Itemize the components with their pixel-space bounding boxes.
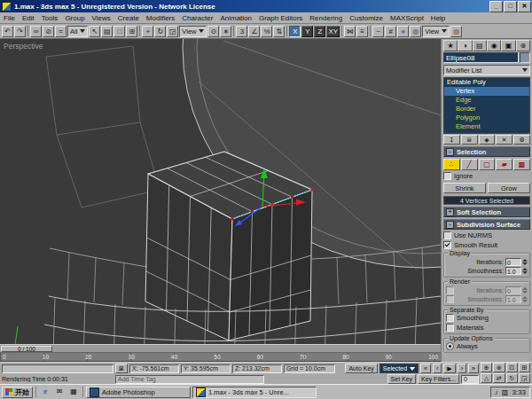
tab-modify[interactable]: ◑ bbox=[458, 40, 472, 51]
align-button[interactable]: ≡ bbox=[356, 26, 368, 37]
stack-item-element[interactable]: Element bbox=[444, 122, 529, 131]
time-slider-track[interactable]: 0 / 100 bbox=[0, 344, 441, 353]
smooth-result-checkbox[interactable] bbox=[443, 241, 451, 249]
start-button[interactable]: 开始 bbox=[2, 387, 33, 398]
border-mode-button[interactable]: ▢ bbox=[479, 159, 496, 170]
element-mode-button[interactable]: ▩ bbox=[513, 159, 530, 170]
show-desktop-icon[interactable]: ▦ bbox=[67, 387, 80, 398]
key-filters-button[interactable]: Key Filters... bbox=[418, 374, 459, 384]
snap-toggle-button[interactable]: 3 bbox=[236, 26, 247, 37]
spinner-arrows-icon[interactable] bbox=[522, 268, 528, 274]
next-frame-button[interactable]: › bbox=[458, 364, 466, 373]
go-to-start-button[interactable]: « bbox=[420, 364, 431, 373]
render-smoothness-checkbox[interactable] bbox=[446, 295, 454, 303]
key-selection-dropdown[interactable]: Selected bbox=[379, 364, 419, 373]
axis-constraint-x-button[interactable]: X bbox=[289, 26, 301, 37]
grow-button[interactable]: Grow bbox=[488, 183, 530, 193]
render-iterations-checkbox[interactable] bbox=[446, 286, 454, 294]
selection-lock-button[interactable]: ⊠ bbox=[115, 364, 128, 373]
task-button-photoshop[interactable]: Adobe Photoshop bbox=[86, 387, 191, 398]
zoom-all-button[interactable]: ⊛ bbox=[493, 363, 505, 372]
track-bar[interactable]: 0 10 20 30 40 50 60 70 80 90 100 bbox=[0, 353, 441, 362]
smoothing-groups-checkbox[interactable] bbox=[446, 314, 454, 322]
polygon-mode-button[interactable]: ▰ bbox=[496, 159, 512, 170]
selection-rollout-header[interactable]: - Selection bbox=[443, 146, 530, 157]
material-editor-button[interactable]: ● bbox=[397, 26, 409, 37]
display-smoothness-field[interactable]: 1.0 bbox=[505, 267, 521, 275]
stack-item-polygon[interactable]: Polygon bbox=[444, 113, 529, 122]
render-scene-button[interactable]: ◍ bbox=[410, 26, 421, 37]
select-and-move-button[interactable]: + bbox=[142, 26, 153, 37]
close-button[interactable]: ✕ bbox=[518, 1, 531, 12]
task-button-3dsmax[interactable]: 1.max - 3ds max 5 - Unre... bbox=[192, 387, 317, 398]
selection-region-button[interactable]: □ bbox=[113, 26, 125, 37]
menu-item-file[interactable]: File bbox=[0, 14, 19, 22]
pan-button[interactable]: ⇄ bbox=[493, 373, 505, 383]
modifier-list-dropdown[interactable]: Modifier List bbox=[443, 65, 530, 75]
select-and-manipulate-button[interactable]: ∗ bbox=[220, 26, 231, 37]
pin-stack-button[interactable]: ↧ bbox=[443, 135, 460, 145]
materials-checkbox[interactable] bbox=[446, 324, 454, 332]
minimize-button[interactable]: _ bbox=[489, 1, 503, 12]
tab-utilities[interactable]: ⊕ bbox=[516, 40, 530, 51]
quick-render-button[interactable]: ◍ bbox=[450, 26, 462, 37]
menu-item-help[interactable]: Help bbox=[427, 14, 449, 22]
display-iterations-field[interactable]: 0 bbox=[505, 258, 521, 266]
selection-filter-dropdown[interactable]: All bbox=[67, 26, 88, 37]
title-bar[interactable]: 1.max - 3ds max 5 - Unregistered Version… bbox=[0, 0, 532, 12]
configure-modifier-sets-button[interactable]: ⚙ bbox=[513, 135, 530, 145]
shrink-button[interactable]: Shrink bbox=[443, 183, 486, 193]
set-key-button[interactable]: Set Key bbox=[387, 374, 417, 384]
percent-snap-button[interactable]: % bbox=[261, 26, 272, 37]
always-radio[interactable] bbox=[446, 342, 454, 350]
menu-item-animation[interactable]: Animation bbox=[216, 14, 255, 22]
mail-icon[interactable]: ✉ bbox=[53, 387, 66, 398]
coordinate-x-field[interactable]: X: -75.561cm bbox=[129, 364, 179, 373]
axis-constraint-z-button[interactable]: Z bbox=[314, 26, 325, 37]
coordinate-z-field[interactable]: Z: 213.32cm bbox=[232, 364, 282, 373]
zoom-button[interactable]: ⊕ bbox=[481, 363, 492, 372]
select-and-link-button[interactable]: ∞ bbox=[30, 26, 42, 37]
zoom-extents-button[interactable]: ⊡ bbox=[506, 363, 518, 372]
use-nurms-checkbox[interactable] bbox=[443, 231, 451, 239]
tab-display[interactable]: ▣ bbox=[501, 40, 515, 51]
show-end-result-button[interactable]: ≣ bbox=[461, 135, 478, 145]
angle-snap-button[interactable]: ∠ bbox=[248, 26, 260, 37]
tab-create[interactable]: ★ bbox=[443, 40, 458, 51]
render-type-dropdown[interactable]: View bbox=[422, 26, 450, 37]
schematic-view-button[interactable]: # bbox=[385, 26, 396, 37]
axis-constraint-y-button[interactable]: Y bbox=[301, 26, 313, 37]
auto-key-button[interactable]: Auto Key bbox=[345, 364, 377, 373]
menu-item-views[interactable]: Views bbox=[89, 14, 114, 22]
volume-icon[interactable]: ♪ bbox=[495, 388, 498, 396]
undo-button[interactable]: ↶ bbox=[2, 26, 13, 37]
go-to-end-button[interactable]: » bbox=[468, 364, 479, 373]
remove-modifier-button[interactable]: ✕ bbox=[496, 135, 512, 145]
select-object-button[interactable]: ↖ bbox=[89, 26, 100, 37]
viewport-label[interactable]: Perspective bbox=[4, 42, 43, 51]
object-name-field[interactable]: Ellipse08 bbox=[443, 52, 519, 63]
menu-item-create[interactable]: Create bbox=[114, 14, 143, 22]
previous-frame-button[interactable]: ‹ bbox=[433, 364, 442, 373]
spinner-snap-button[interactable]: ⇅ bbox=[273, 26, 285, 37]
internet-explorer-icon[interactable]: e bbox=[39, 387, 51, 398]
tab-hierarchy[interactable]: ▤ bbox=[473, 40, 487, 51]
bind-to-space-warp-button[interactable]: ≈ bbox=[55, 26, 66, 37]
stack-item-editable-poly[interactable]: Editable Poly bbox=[444, 78, 529, 87]
maximize-button[interactable]: □ bbox=[504, 1, 517, 12]
tab-motion[interactable]: ◉ bbox=[487, 40, 501, 51]
vertex-mode-button[interactable]: ∴ bbox=[443, 159, 460, 170]
min-max-toggle-button[interactable]: ◲ bbox=[519, 373, 530, 383]
ignore-backfacing-checkbox[interactable] bbox=[443, 172, 451, 180]
zoom-extents-all-button[interactable]: ⊞ bbox=[519, 363, 530, 372]
mirror-button[interactable]: ⋈ bbox=[344, 26, 356, 37]
soft-selection-rollout-header[interactable]: + Soft Selection bbox=[443, 207, 530, 217]
stack-item-border[interactable]: Border bbox=[444, 105, 529, 113]
menu-item-maxscript[interactable]: MAXScript bbox=[387, 14, 427, 22]
stack-item-vertex[interactable]: Vertex bbox=[444, 87, 529, 96]
object-color-swatch[interactable] bbox=[520, 52, 530, 63]
menu-item-character[interactable]: Character bbox=[178, 14, 216, 22]
field-of-view-button[interactable]: △ bbox=[481, 373, 492, 383]
play-button[interactable]: ▶ bbox=[443, 364, 455, 373]
menu-item-rendering[interactable]: Rendering bbox=[306, 14, 346, 22]
